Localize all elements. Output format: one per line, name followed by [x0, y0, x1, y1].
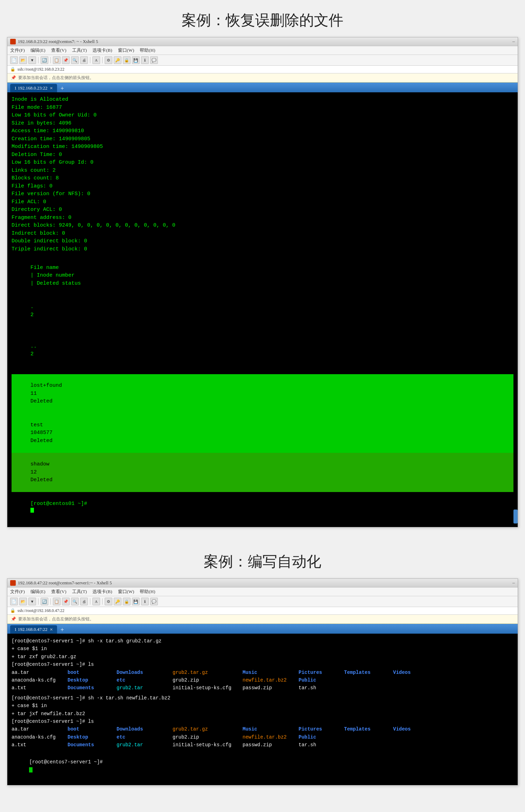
term-line-8: Deletion Time: 0 [12, 151, 513, 159]
menu-tools-2[interactable]: 工具(T) [72, 589, 87, 595]
notification-bar-2: 📌 要添加当前会话，点击左侧的箭头按钮。 [7, 615, 518, 624]
titlebar-1: 192.168.0.23:22 root@centos7: ~ - Xshell… [7, 37, 518, 46]
term-prompt-1: [root@centos01 ~]# [12, 492, 513, 523]
ls2-grub2-tar-gz: grub2.tar.gz [173, 725, 243, 733]
toolbar-info-btn[interactable]: ℹ [141, 56, 149, 64]
ls2-boot: boot [68, 725, 117, 733]
toolbar-settings-btn[interactable]: ⚙ [105, 56, 112, 64]
ls2-grub2-zip: grub2.zip [173, 733, 243, 741]
menu-tabs-1[interactable]: 选项卡(B) [92, 47, 112, 54]
t2-final-prompt-text: [root@centos7-server1 ~]# [29, 759, 103, 765]
toolbar-font-btn[interactable]: A [92, 56, 100, 64]
menu-help-1[interactable]: 帮助(H) [140, 47, 155, 54]
term-cursor-1 [30, 508, 34, 513]
ls2-passwd: passwd.zip [243, 741, 299, 749]
menu-edit-1[interactable]: 编辑(E) [30, 47, 46, 54]
page-title-2: 案例：编写自动化 [0, 541, 525, 578]
ls-passwd-1: passwd.zip [243, 684, 299, 692]
toolbar-search-btn[interactable]: 🔍 [71, 56, 79, 64]
toolbar-lock-btn[interactable]: 🔒 [123, 56, 131, 64]
term-line-5: Access time: 1490909810 [12, 127, 513, 135]
toolbar-refresh-btn[interactable]: 🔄 [41, 56, 48, 64]
toolbar2-sep-4 [102, 598, 103, 605]
terminal-2[interactable]: [root@centos7-server1 ~]# sh -x tar.sh g… [7, 634, 518, 785]
menu-tabs-2[interactable]: 选项卡(B) [92, 589, 112, 595]
ls-pictures-1: Pictures [299, 669, 344, 676]
toolbar2-lock-btn[interactable]: 🔒 [123, 598, 131, 605]
toolbar2-font-btn[interactable]: A [92, 598, 100, 605]
tab-2-active[interactable]: 1 192.168.0.47:22 ✕ [10, 625, 57, 634]
ls-music-1: Music [243, 669, 299, 676]
term-line-4: Size in bytes: 4096 [12, 120, 513, 128]
toolbar2-key-btn[interactable]: 🔑 [114, 598, 121, 605]
titlebar-left-1: 192.168.0.23:22 root@centos7: ~ - Xshell… [10, 39, 98, 44]
term-line-17: Direct blocks: 9249, 0, 0, 0, 0, 0, 0, 0… [12, 222, 513, 230]
ls-row-3: a.txt Documents grub2.tar initial-setup-… [12, 684, 513, 692]
toolbar2-comment-btn[interactable]: 💬 [150, 598, 158, 605]
term-line-18: Indirect block: 0 [12, 230, 513, 238]
toolbar-comment-btn[interactable]: 💬 [150, 56, 158, 64]
menu-window-1[interactable]: 窗口(W) [118, 47, 134, 54]
xshell-app-icon-2 [10, 580, 16, 586]
menu-tools-1[interactable]: 工具(T) [72, 47, 87, 54]
toolbar2-open-btn[interactable]: 📂 [19, 598, 27, 605]
toolbar-key-btn[interactable]: 🔑 [114, 56, 121, 64]
toolbar-2: 📄 📂 ▼ 🔄 📋 📌 🔍 🖨 A ⚙ 🔑 🔒 💾 ℹ 💬 [7, 596, 518, 607]
toolbar2-paste-btn[interactable]: 📌 [62, 598, 70, 605]
ls-desktop-1: Desktop [68, 676, 117, 684]
menu-file-2[interactable]: 文件(F) [10, 589, 25, 595]
ls2-music: Music [243, 725, 299, 733]
ls2-anaconda: anaconda-ks.cfg [12, 733, 68, 741]
tab-2-label: 1 192.168.0.47:22 [14, 627, 48, 632]
menu-view-2[interactable]: 查看(V) [51, 589, 66, 595]
ls-atxt-1: a.txt [12, 684, 68, 692]
toolbar2-session-btn[interactable]: 💾 [132, 598, 140, 605]
toolbar-session-btn[interactable]: 💾 [132, 56, 140, 64]
ls-videos-1: Videos [393, 669, 411, 676]
ls2-documents: Documents [68, 741, 117, 749]
bottom-spacer [0, 799, 525, 812]
ls2-newfile: newfile.tar.bz2 [243, 733, 299, 741]
ls-initial-1: initial-setup-ks.cfg [173, 684, 243, 692]
toolbar-new-btn[interactable]: 📄 [10, 56, 18, 64]
terminal-1[interactable]: Inode is Allocated File mode: 16877 Low … [7, 92, 518, 527]
toolbar2-print-btn[interactable]: 🖨 [80, 598, 88, 605]
toolbar2-refresh-btn[interactable]: 🔄 [41, 598, 48, 605]
menu-help-2[interactable]: 帮助(H) [140, 589, 155, 595]
toolbar-copy-btn[interactable]: 📋 [53, 56, 61, 64]
tab-1-active[interactable]: 1 192.168.0.23:22 ✕ [10, 84, 57, 92]
toolbar2-copy-btn[interactable]: 📋 [53, 598, 61, 605]
menu-window-2[interactable]: 窗口(W) [118, 589, 134, 595]
toolbar2-search-btn[interactable]: 🔍 [71, 598, 79, 605]
term-line-15: Directory ACL: 0 [12, 206, 513, 214]
ls2-templates: Templates [344, 725, 393, 733]
toolbar2-sep-1 [38, 598, 38, 605]
toolbar2-arrow-btn[interactable]: ▼ [28, 598, 36, 605]
tab-2-close[interactable]: ✕ [50, 627, 53, 632]
minimize-button-2[interactable]: – [512, 580, 515, 586]
menu-edit-2[interactable]: 编辑(E) [30, 589, 46, 595]
menu-view-1[interactable]: 查看(V) [51, 47, 66, 54]
toolbar-arrow-btn[interactable]: ▼ [28, 56, 36, 64]
toolbar-paste-btn[interactable]: 📌 [62, 56, 70, 64]
toolbar-print-btn[interactable]: 🖨 [80, 56, 88, 64]
term-line-16: Fragment address: 0 [12, 214, 513, 222]
tab-1-close[interactable]: ✕ [50, 86, 53, 91]
ls-aa-tar: aa.tar [12, 669, 68, 676]
titlebar-2: 192.168.0.47:22 root@centos7-server1:~ -… [7, 579, 518, 587]
tab-add-button-2[interactable]: + [58, 626, 66, 634]
tab-add-button-1[interactable]: + [58, 85, 66, 92]
term-row-dotdot: .. 2 [12, 335, 513, 374]
tab-1-label: 1 192.168.0.23:22 [14, 85, 48, 91]
ls-boot: boot [68, 669, 117, 676]
toolbar2-settings-btn[interactable]: ⚙ [105, 598, 112, 605]
t2-line-4: [root@centos7-server1 ~]# ls [12, 661, 513, 668]
toolbar2-new-btn[interactable]: 📄 [10, 598, 18, 605]
ls-tarsh-1: tar.sh [299, 684, 316, 692]
toolbar-sep-2 [50, 57, 51, 63]
menu-file-1[interactable]: 文件(F) [10, 47, 25, 54]
term-line-20: Triple indirect block: 0 [12, 245, 513, 254]
minimize-button-1[interactable]: – [512, 39, 515, 44]
toolbar-open-btn[interactable]: 📂 [19, 56, 27, 64]
toolbar2-info-btn[interactable]: ℹ [141, 598, 149, 605]
